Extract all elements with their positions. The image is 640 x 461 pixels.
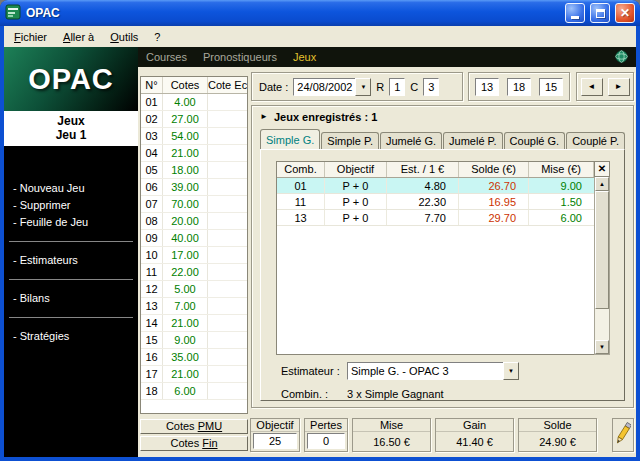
close-button[interactable]: ✕: [615, 3, 635, 23]
bet-row[interactable]: 01 P + 0 4.80 26.70 9.00: [277, 178, 594, 194]
arrival-2-field[interactable]: 18: [507, 78, 531, 96]
col-objectif: Objectif: [325, 162, 387, 177]
cotes-row[interactable]: 014.00: [141, 94, 247, 111]
games-header-label: Jeux enregistrés : 1: [274, 111, 377, 123]
cotes-row[interactable]: 0639.00: [141, 179, 247, 196]
tab-simple-p[interactable]: Simple P.: [321, 132, 379, 149]
date-value: 24/08/2002: [293, 78, 355, 96]
chevron-down-icon[interactable]: ▼: [503, 362, 519, 380]
nav-jeux[interactable]: Jeux: [293, 51, 316, 63]
sidebar-item-strategies[interactable]: - Stratégies: [4, 328, 138, 345]
tab-page-simple-g: Comb. Objectif Est. / 1 € Solde (€) Mise…: [260, 149, 625, 401]
menu-fichier[interactable]: Fichier: [6, 28, 55, 46]
nav-pronostiqueurs[interactable]: Pronostiqueurs: [203, 51, 277, 63]
arrow-left-icon: ◄: [588, 82, 596, 91]
cotes-row[interactable]: 0820.00: [141, 213, 247, 230]
mise-label: Mise: [353, 419, 430, 432]
course-field[interactable]: 3: [423, 78, 439, 96]
mise-box: Mise 16.50 €: [352, 418, 431, 452]
nav-courses[interactable]: Courses: [146, 51, 187, 63]
scroll-up-button[interactable]: ▲: [595, 177, 609, 191]
cotes-row[interactable]: 1122.00: [141, 264, 247, 281]
scroll-thumb[interactable]: [595, 191, 609, 309]
close-icon: ✕: [620, 7, 630, 19]
cotes-pmu-button[interactable]: Cotes PMU: [140, 419, 248, 434]
race-nav: ◄ ►: [576, 72, 634, 101]
sidebar-item-feuille-de-jeu[interactable]: - Feuille de Jeu: [4, 214, 138, 231]
cotes-col-ec: Cote Ec: [208, 77, 247, 93]
prev-race-button[interactable]: ◄: [581, 78, 603, 96]
tab-couple-p[interactable]: Couplé P.: [566, 132, 625, 149]
cotes-row[interactable]: 1635.00: [141, 349, 247, 366]
bet-row[interactable]: 11 P + 0 22.30 16.95 1.50: [277, 194, 594, 210]
cotes-header: N° Cotes Cote Ec: [141, 77, 247, 94]
scroll-track[interactable]: [595, 309, 609, 340]
gain-value: 41.40 €: [436, 432, 513, 451]
cotes-row[interactable]: 0770.00: [141, 196, 247, 213]
cotes-row[interactable]: 159.00: [141, 332, 247, 349]
cotes-row[interactable]: 0518.00: [141, 162, 247, 179]
sidebar-item-nouveau-jeu[interactable]: - Nouveau Jeu: [4, 180, 138, 197]
reunion-field[interactable]: 1: [389, 78, 405, 96]
menu-help[interactable]: ?: [146, 28, 168, 46]
cotes-row[interactable]: 1721.00: [141, 366, 247, 383]
sidebar-item-bilans[interactable]: - Bilans: [4, 290, 138, 307]
cotes-row[interactable]: 0940.00: [141, 230, 247, 247]
titlebar[interactable]: OPAC ✕: [0, 0, 640, 26]
menu-aller-a[interactable]: Aller à: [55, 28, 102, 46]
chevron-down-icon[interactable]: ▼: [355, 78, 371, 96]
cotes-row[interactable]: 1421.00: [141, 315, 247, 332]
cotes-row[interactable]: 186.00: [141, 383, 247, 400]
tab-couple-g[interactable]: Couplé G.: [504, 132, 566, 149]
date-combobox[interactable]: 24/08/2002 ▼: [293, 78, 371, 96]
maximize-button[interactable]: [590, 3, 610, 23]
tab-jumele-p[interactable]: Jumelé P.: [443, 132, 503, 149]
arrival-3-field[interactable]: 15: [539, 78, 563, 96]
minimize-icon: [571, 16, 579, 19]
solde-label: Solde: [519, 419, 596, 432]
minimize-button[interactable]: [565, 3, 585, 23]
window-title: OPAC: [26, 6, 560, 20]
scroll-down-button[interactable]: ▼: [595, 340, 609, 354]
cotes-row[interactable]: 0421.00: [141, 145, 247, 162]
bets-scrollbar[interactable]: ▲ ▼: [594, 177, 610, 355]
combin-value: 3 x Simple Gagnant: [347, 388, 444, 400]
bets-table: Comb. Objectif Est. / 1 € Solde (€) Mise…: [276, 161, 610, 355]
estimateur-combobox[interactable]: Simple G. - OPAC 3 ▼: [347, 362, 519, 380]
games-header[interactable]: ► Jeux enregistrés : 1: [260, 111, 377, 123]
cotes-row[interactable]: 0354.00: [141, 128, 247, 145]
tab-jumele-g[interactable]: Jumelé G.: [380, 132, 442, 149]
bet-row[interactable]: 13 P + 0 7.70 29.70 6.00: [277, 210, 594, 226]
sidebar-item-estimateurs[interactable]: - Estimateurs: [4, 252, 138, 269]
stats-bar: Objectif 25 Pertes 0 Mise 16.50 € Gain: [250, 418, 634, 452]
opac-logo: OPAC: [4, 47, 138, 111]
games-panel: ► Jeux enregistrés : 1 Simple G. Simple …: [251, 105, 634, 408]
reunion-label: R: [376, 81, 384, 93]
sidebar-separator: [9, 317, 133, 318]
context-box: Jeux Jeu 1: [4, 111, 138, 146]
cotes-row[interactable]: 0227.00: [141, 111, 247, 128]
edit-bets-button[interactable]: [612, 418, 634, 452]
arrival-1-field[interactable]: 13: [475, 78, 499, 96]
sidebar-item-supprimer[interactable]: - Supprimer: [4, 197, 138, 214]
estimateur-label: Estimateur :: [281, 365, 343, 377]
cotes-row[interactable]: 137.00: [141, 298, 247, 315]
tab-simple-g[interactable]: Simple G.: [260, 129, 320, 149]
globe-icon[interactable]: [615, 50, 628, 65]
objectif-input[interactable]: 25: [253, 433, 297, 449]
cotes-row[interactable]: 1017.00: [141, 247, 247, 264]
objectif-box: Objectif 25: [250, 418, 300, 452]
col-mise: Mise (€): [529, 162, 594, 177]
menubar: Fichier Aller à Outils ?: [4, 26, 636, 47]
delete-bet-button[interactable]: ✕: [594, 161, 610, 177]
col-solde: Solde (€): [459, 162, 529, 177]
expander-icon[interactable]: ►: [260, 113, 268, 121]
cotes-fin-button[interactable]: Cotes Fin: [140, 436, 248, 451]
menu-outils[interactable]: Outils: [102, 28, 146, 46]
sidebar-menu: - Nouveau Jeu - Supprimer - Feuille de J…: [4, 146, 138, 345]
pertes-input[interactable]: 0: [307, 433, 345, 449]
next-race-button[interactable]: ►: [608, 78, 630, 96]
cotes-table: N° Cotes Cote Ec 014.00 0227.00 0354.00 …: [140, 76, 248, 414]
cotes-row[interactable]: 125.00: [141, 281, 247, 298]
race-selector: Date : 24/08/2002 ▼ R 1 C 3: [251, 72, 463, 101]
